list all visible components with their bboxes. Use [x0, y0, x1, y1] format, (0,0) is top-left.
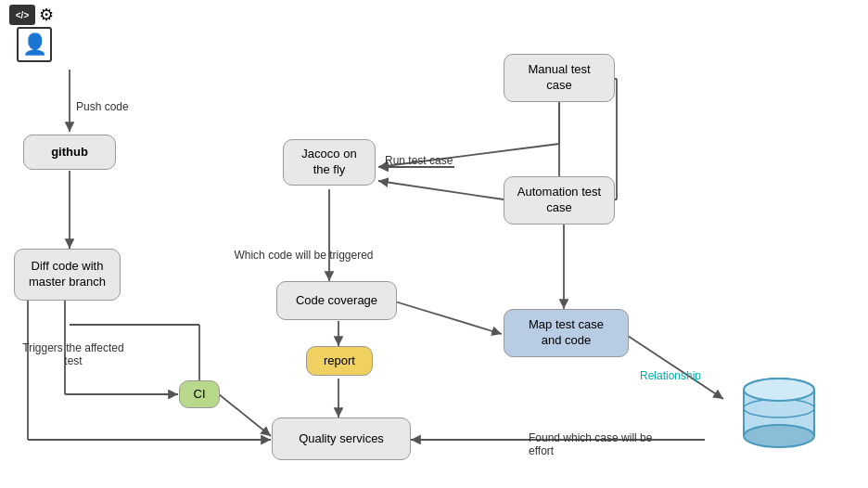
map-test-case-box: Map test caseand code [504, 309, 629, 357]
jacoco-box: Jacoco onthe fly [283, 139, 376, 186]
svg-line-24 [219, 394, 271, 436]
triggers-label: Triggers the affected test [13, 341, 134, 367]
svg-line-8 [378, 181, 504, 199]
relationship-label: Relationship [640, 369, 701, 382]
diff-code-box: Diff code withmaster branch [14, 249, 121, 301]
which-code-label: Which code will be triggered [223, 249, 385, 262]
database-icon [733, 371, 825, 455]
code-coverage-box: Code coverage [276, 281, 397, 320]
code-badge: </> [9, 5, 35, 25]
push-code-label: Push code [76, 100, 129, 113]
diagram: </> ⚙ 👤 Push code github Diff code withm… [0, 0, 868, 488]
run-test-case-label: Run test case [385, 154, 453, 167]
svg-point-29 [744, 425, 814, 447]
manual-test-case-box: Manual testcase [504, 54, 615, 102]
gear-badge: ⚙ [39, 5, 59, 25]
report-box: report [306, 346, 373, 376]
automation-test-case-box: Automation testcase [504, 176, 615, 225]
person-icon: 👤 [17, 27, 52, 62]
quality-services-box: Quality services [272, 417, 411, 460]
found-which-label: Found which case will beeffort [529, 431, 682, 457]
ci-box: CI [179, 380, 220, 408]
github-box: github [23, 135, 116, 170]
svg-line-11 [395, 302, 502, 334]
developer-icon: </> ⚙ 👤 [9, 5, 59, 62]
svg-line-16 [625, 334, 723, 399]
svg-point-31 [744, 379, 814, 401]
